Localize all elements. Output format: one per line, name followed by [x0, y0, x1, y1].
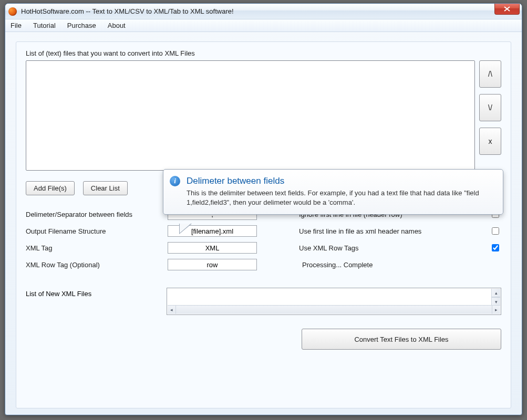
menu-file[interactable]: File: [11, 22, 22, 29]
tooltip: i Delimeter between fields This is the d…: [163, 169, 503, 215]
output-list-label: List of New XML Files: [26, 288, 158, 315]
title-bar[interactable]: HotHotSoftware.com -- Text to XML/CSV to…: [5, 4, 522, 19]
use-first-header-label: Use first line in file as xml header nam…: [299, 227, 421, 235]
row-tag-label: XML Row Tag (Optional): [26, 261, 168, 269]
scroll-right-icon[interactable]: ▸: [492, 306, 500, 314]
remove-button[interactable]: x: [479, 128, 501, 155]
main-panel: List of (text) files that you want to co…: [16, 41, 511, 408]
content-area: List of (text) files that you want to co…: [5, 32, 522, 415]
menu-purchase[interactable]: Purchase: [67, 22, 96, 29]
menu-tutorial[interactable]: Tutorial: [33, 22, 56, 29]
xml-tag-label: XML Tag: [26, 244, 168, 252]
tooltip-title: Delimeter between fields: [187, 176, 494, 186]
output-hscroll[interactable]: ◂ ▸: [168, 305, 500, 314]
window-title: HotHotSoftware.com -- Text to XML/CSV to…: [21, 7, 234, 15]
output-name-label: Output Filename Structure: [26, 227, 168, 235]
clear-list-button[interactable]: Clear List: [83, 181, 128, 195]
menu-about[interactable]: About: [108, 22, 126, 29]
output-list[interactable]: ▴ ▾ ◂ ▸: [167, 288, 501, 315]
move-up-button[interactable]: /\: [479, 60, 501, 88]
tooltip-body: This is the delimiter between text field…: [187, 188, 494, 207]
file-list-label: List of (text) files that you want to co…: [26, 49, 501, 57]
delimiter-label: Delimeter/Separator between fields: [26, 211, 168, 218]
info-icon: i: [170, 176, 180, 186]
convert-button[interactable]: Convert Text Files to XML Files: [302, 329, 501, 350]
close-button[interactable]: [494, 4, 520, 15]
file-list[interactable]: [26, 60, 475, 171]
app-icon: [8, 7, 17, 16]
scroll-up-icon[interactable]: ▴: [492, 289, 500, 297]
scroll-down-icon[interactable]: ▾: [492, 297, 500, 306]
xml-tag-input[interactable]: [168, 242, 257, 254]
use-row-tags-label: Use XML Row Tags: [299, 244, 358, 252]
use-first-header-checkbox[interactable]: [492, 227, 499, 235]
row-tag-input[interactable]: [168, 259, 257, 270]
close-icon: [504, 6, 510, 12]
use-row-tags-checkbox[interactable]: [492, 244, 499, 251]
scroll-left-icon[interactable]: ◂: [168, 306, 176, 314]
app-window: HotHotSoftware.com -- Text to XML/CSV to…: [5, 3, 522, 415]
output-vscroll[interactable]: ▴ ▾: [491, 289, 500, 306]
status-text: Processing... Complete: [299, 256, 501, 273]
menu-bar: File Tutorial Purchase About: [5, 19, 522, 32]
move-down-button[interactable]: \/: [479, 94, 501, 121]
add-files-button[interactable]: Add File(s): [26, 181, 75, 195]
